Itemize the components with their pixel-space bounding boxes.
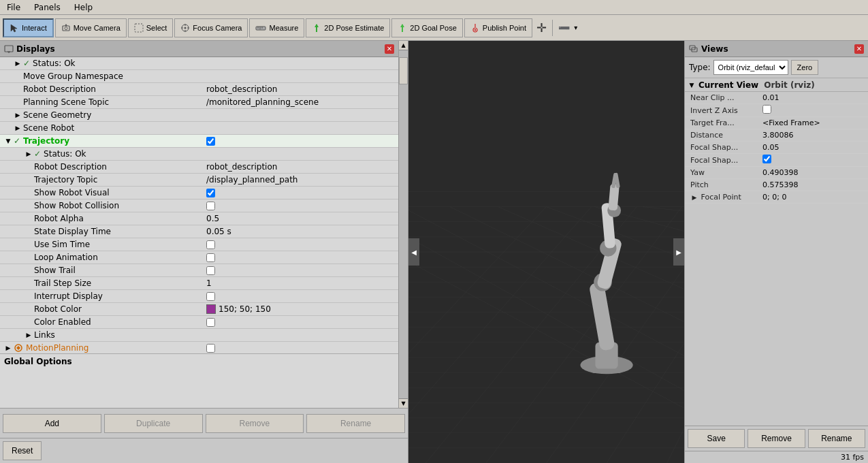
trajectory-checkbox[interactable] <box>206 137 215 146</box>
list-item: Show Robot Visual <box>0 187 398 199</box>
expand-arrow[interactable]: ▶ <box>25 331 33 339</box>
move-camera-button[interactable]: Move Camera <box>55 18 127 37</box>
add-toolbar-button[interactable]: ✛ <box>534 20 549 35</box>
svg-point-20 <box>475 29 476 30</box>
type-label: Type: <box>689 63 711 72</box>
motion-planning-checkbox[interactable] <box>206 344 215 353</box>
list-item: Trajectory Topic /display_planned_path <box>0 174 398 187</box>
item-label: ▶ ✓ Status: Ok <box>3 58 204 69</box>
views-panel-header: Views ✕ <box>685 41 868 57</box>
svg-marker-18 <box>400 24 404 27</box>
viewport-arrow-left[interactable]: ◀ <box>408 238 419 266</box>
toolbar-dropdown[interactable]: ▾ <box>574 24 577 31</box>
expand-arrow[interactable]: ▶ <box>14 124 22 132</box>
color-swatch[interactable] <box>206 304 216 314</box>
menu-help[interactable]: Help <box>70 1 97 14</box>
focal-shape-checkbox[interactable] <box>762 155 771 163</box>
expand-arrow[interactable]: ▶ <box>4 344 12 352</box>
item-label: Robot Color <box>3 304 204 315</box>
cursor-icon <box>10 23 19 33</box>
item-label: ▶ Links <box>3 330 204 340</box>
invert-z-checkbox[interactable] <box>762 105 771 114</box>
publish-point-button[interactable]: Publish Point <box>464 18 532 37</box>
view-prop-near-clip: Near Clip ... 0.01 <box>685 92 868 104</box>
remove-toolbar-button[interactable]: ➖ <box>556 22 573 33</box>
list-item: State Display Time 0.05 s <box>0 225 398 238</box>
type-select[interactable]: Orbit (rviz_defaul <box>713 60 788 75</box>
monitor-icon <box>4 45 14 53</box>
view-prop-yaw: Yaw 0.490398 <box>685 167 868 179</box>
scroll-track[interactable] <box>399 50 408 398</box>
type-row: Type: Orbit (rviz_defaul Zero <box>685 57 868 78</box>
item-label: Interrupt Display <box>3 291 204 302</box>
use-sim-time-checkbox[interactable] <box>206 240 215 249</box>
view-prop-invert-z: Invert Z Axis <box>685 104 868 117</box>
scroll-thumb[interactable] <box>399 57 408 84</box>
svg-marker-0 <box>11 25 17 32</box>
scroll-down-button[interactable]: ▼ <box>399 398 408 408</box>
measure-button[interactable]: Measure <box>249 18 304 37</box>
list-item: Show Trail <box>0 264 398 277</box>
view-prop-distance: Distance 3.80086 <box>685 129 868 142</box>
focal-point-expand[interactable]: ▶ <box>690 193 698 202</box>
show-robot-visual-checkbox[interactable] <box>206 189 215 197</box>
motion-planning-item: ▶ MotionPlanning <box>0 342 398 353</box>
views-rename-button[interactable]: Rename <box>808 429 865 448</box>
loop-animation-checkbox[interactable] <box>206 253 215 262</box>
list-item: Show Robot Collision <box>0 199 398 212</box>
main-content: Displays ✕ ▶ ✓ Status: Ok <box>0 41 868 463</box>
current-view-header: ▼ Current View Orbit (rviz) <box>685 78 868 92</box>
list-item: Loop Animation <box>0 251 398 264</box>
svg-point-6 <box>184 27 187 29</box>
color-enabled-checkbox[interactable] <box>206 318 215 327</box>
show-trail-checkbox[interactable] <box>206 266 215 275</box>
bottom-buttons-bar: Add Duplicate Remove Rename <box>0 408 408 438</box>
fps-display: 31 fps <box>685 451 868 463</box>
views-title: Views <box>689 44 728 54</box>
views-remove-button[interactable]: Remove <box>748 429 805 448</box>
viewport-arrow-right[interactable]: ▶ <box>673 238 684 266</box>
expand-arrow[interactable]: ▼ <box>4 137 12 145</box>
pose-estimate-icon <box>312 23 321 33</box>
menu-file[interactable]: File <box>3 1 25 14</box>
reset-button[interactable]: Reset <box>3 441 42 460</box>
check-icon: ✓ <box>14 136 20 146</box>
svg-marker-16 <box>315 24 319 27</box>
view-prop-focal-shape1: Focal Shap... 0.05 <box>685 142 868 154</box>
menu-panels[interactable]: Panels <box>30 1 65 14</box>
focus-camera-button[interactable]: Focus Camera <box>174 18 248 37</box>
goal-pose-button[interactable]: 2D Goal Pose <box>391 18 462 37</box>
show-robot-collision-checkbox[interactable] <box>206 202 215 210</box>
list-item: Color Enabled <box>0 316 398 329</box>
expand-arrow[interactable]: ▶ <box>25 150 33 158</box>
duplicate-button[interactable]: Duplicate <box>104 414 203 433</box>
item-label: Robot Description <box>3 84 204 95</box>
focus-icon <box>180 23 190 33</box>
item-label: Show Robot Visual <box>3 187 204 198</box>
scrollbar[interactable]: ▲ ▼ <box>398 41 408 408</box>
zero-button[interactable]: Zero <box>791 60 819 75</box>
pose-estimate-button[interactable]: 2D Pose Estimate <box>306 18 390 37</box>
right-panel: Views ✕ Type: Orbit (rviz_defaul Zero ▼ … <box>684 41 868 463</box>
interrupt-display-checkbox[interactable] <box>206 292 215 301</box>
add-button[interactable]: Add <box>3 414 101 433</box>
displays-close-button[interactable]: ✕ <box>385 44 394 54</box>
goal-pose-icon <box>398 23 407 33</box>
expand-arrow[interactable]: ▶ <box>14 111 22 119</box>
list-item: Robot Description robot_description <box>0 161 398 174</box>
view-prop-focal-shape2: Focal Shap... <box>685 154 868 167</box>
3d-viewport[interactable]: ◀ ▶ <box>408 41 684 463</box>
list-item: ▶ Links <box>0 329 398 342</box>
current-view-expand[interactable]: ▼ <box>688 81 696 89</box>
select-button[interactable]: Select <box>128 18 174 37</box>
item-label: Loop Animation <box>3 252 204 263</box>
scroll-up-button[interactable]: ▲ <box>399 41 408 50</box>
svg-rect-11 <box>256 27 266 30</box>
interact-button[interactable]: Interact <box>3 18 54 37</box>
remove-button[interactable]: Remove <box>206 414 304 433</box>
views-close-button[interactable]: ✕ <box>854 44 864 54</box>
rename-button[interactable]: Rename <box>306 414 405 433</box>
views-save-button[interactable]: Save <box>688 429 745 448</box>
expand-arrow[interactable]: ▶ <box>14 59 22 67</box>
trajectory-item: ▼ ✓ Trajectory <box>0 135 398 148</box>
